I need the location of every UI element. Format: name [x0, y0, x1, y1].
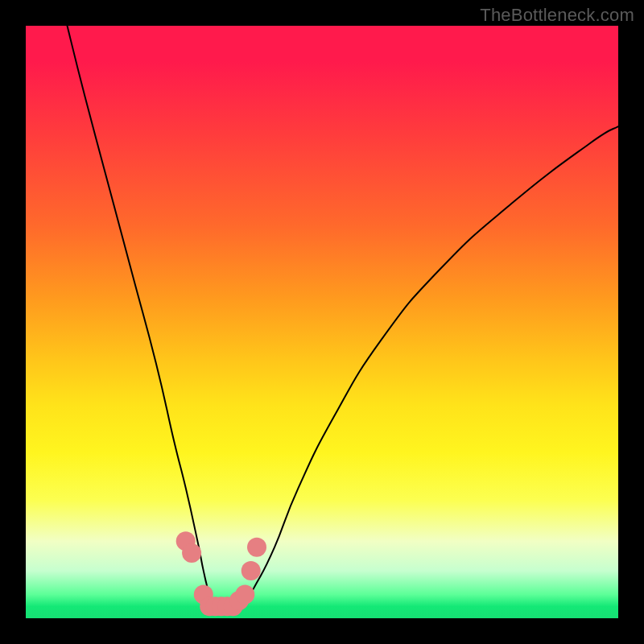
highlight-marker [235, 585, 254, 605]
bottleneck-curve-svg [26, 26, 618, 618]
highlight-marker [242, 561, 261, 580]
chart-frame: TheBottleneck.com [0, 0, 644, 644]
highlight-marker [182, 543, 201, 563]
highlight-markers [176, 531, 266, 616]
watermark-text: TheBottleneck.com [480, 5, 634, 26]
highlight-marker [247, 538, 266, 557]
plot-area [26, 26, 618, 618]
bottleneck-curve-path [68, 26, 619, 608]
